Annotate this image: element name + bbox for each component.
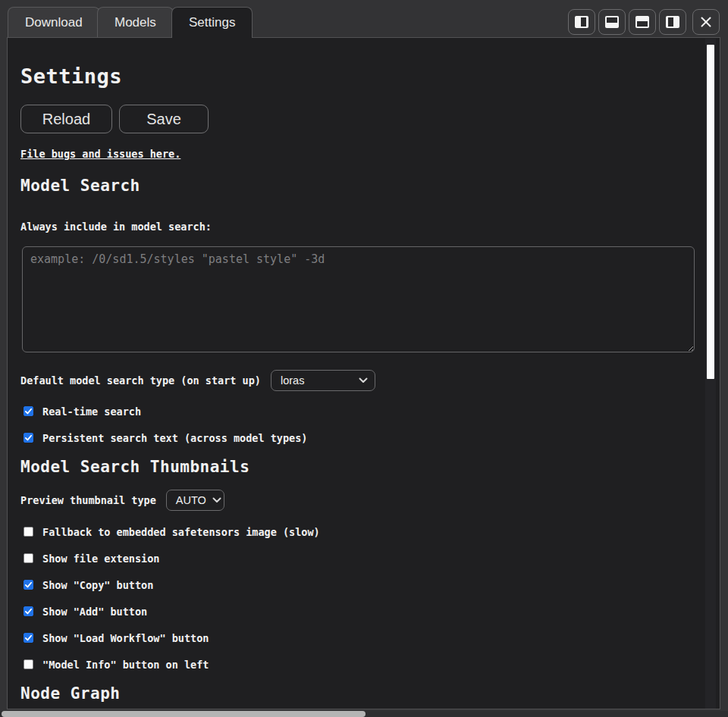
horizontal-scrollbar-thumb[interactable] xyxy=(2,711,366,717)
fallback-safetensors-label[interactable]: Fallback to embedded safetensors image (… xyxy=(42,526,320,538)
vertical-scrollbar-thumb[interactable] xyxy=(707,45,714,379)
show-file-extension-row: Show file extension xyxy=(20,552,705,565)
preview-thumbnail-type-label: Preview thumbnail type xyxy=(20,494,156,506)
preview-thumbnail-type-select[interactable]: AUTO xyxy=(166,490,224,511)
action-buttons-row: Reload Save xyxy=(20,105,705,133)
preview-thumbnail-type-value: AUTO xyxy=(176,494,206,506)
fallback-safetensors-checkbox[interactable] xyxy=(24,527,33,537)
show-load-workflow-row: Show "Load Workflow" button xyxy=(20,631,705,644)
thumbnails-heading: Model Search Thumbnails xyxy=(20,458,705,476)
dock-bottom-icon xyxy=(635,16,649,28)
close-icon xyxy=(700,16,712,28)
persistent-search-row: Persistent search text (across model typ… xyxy=(20,431,705,444)
show-file-extension-label[interactable]: Show file extension xyxy=(42,553,159,565)
vertical-scrollbar-track[interactable] xyxy=(705,39,716,709)
show-load-workflow-checkbox[interactable] xyxy=(24,633,33,643)
tab-settings[interactable]: Settings xyxy=(171,7,253,38)
show-add-button-label[interactable]: Show "Add" button xyxy=(42,606,147,618)
show-copy-button-label[interactable]: Show "Copy" button xyxy=(42,579,153,591)
dock-top-button[interactable] xyxy=(598,9,626,35)
preview-thumbnail-type-row: Preview thumbnail type AUTO xyxy=(20,490,705,511)
window-controls xyxy=(565,9,720,35)
dock-left-icon xyxy=(666,16,679,28)
model-info-left-row: "Model Info" button on left xyxy=(20,658,705,671)
default-search-type-value: loras xyxy=(281,374,304,387)
dock-right-icon xyxy=(575,16,588,28)
model-info-left-label[interactable]: "Model Info" button on left xyxy=(42,659,209,671)
chevron-down-icon xyxy=(359,377,368,384)
tab-download[interactable]: Download xyxy=(8,7,100,37)
dock-top-icon xyxy=(605,16,619,28)
fallback-safetensors-row: Fallback to embedded safetensors image (… xyxy=(20,525,705,538)
tab-models[interactable]: Models xyxy=(97,7,174,37)
model-info-left-checkbox[interactable] xyxy=(24,659,33,669)
tab-bar: Download Models Settings xyxy=(0,0,728,37)
show-file-extension-checkbox[interactable] xyxy=(24,553,33,563)
file-bugs-link[interactable]: File bugs and issues here. xyxy=(20,148,180,160)
close-button[interactable] xyxy=(692,9,720,35)
dock-left-button[interactable] xyxy=(659,9,686,35)
persistent-search-label[interactable]: Persistent search text (across model typ… xyxy=(42,432,308,444)
show-add-button-row: Show "Add" button xyxy=(20,605,705,618)
node-graph-heading: Node Graph xyxy=(20,684,705,703)
default-search-type-row: Default model search type (on start up) … xyxy=(20,370,705,391)
realtime-search-checkbox[interactable] xyxy=(24,406,33,416)
show-copy-button-checkbox[interactable] xyxy=(24,580,33,590)
page-title: Settings xyxy=(20,64,705,88)
persistent-search-checkbox[interactable] xyxy=(24,433,33,443)
default-search-type-select[interactable]: loras xyxy=(271,370,375,391)
horizontal-scrollbar-track[interactable] xyxy=(0,711,728,717)
realtime-search-row: Real-time search xyxy=(20,405,705,418)
chevron-down-icon xyxy=(212,497,221,503)
realtime-search-label[interactable]: Real-time search xyxy=(42,405,141,418)
model-search-heading: Model Search xyxy=(20,177,705,195)
always-include-textarea[interactable] xyxy=(22,246,695,352)
show-copy-button-row: Show "Copy" button xyxy=(20,578,705,591)
reload-button[interactable]: Reload xyxy=(20,105,112,133)
show-add-button-checkbox[interactable] xyxy=(24,606,33,616)
default-search-type-label: Default model search type (on start up) xyxy=(20,374,261,387)
dock-bottom-button[interactable] xyxy=(629,9,656,35)
settings-panel: Settings Reload Save File bugs and issue… xyxy=(7,37,720,709)
show-load-workflow-label[interactable]: Show "Load Workflow" button xyxy=(42,632,209,644)
save-button[interactable]: Save xyxy=(119,105,209,133)
always-include-label: Always include in model search: xyxy=(20,221,705,233)
dock-right-button[interactable] xyxy=(568,9,595,35)
